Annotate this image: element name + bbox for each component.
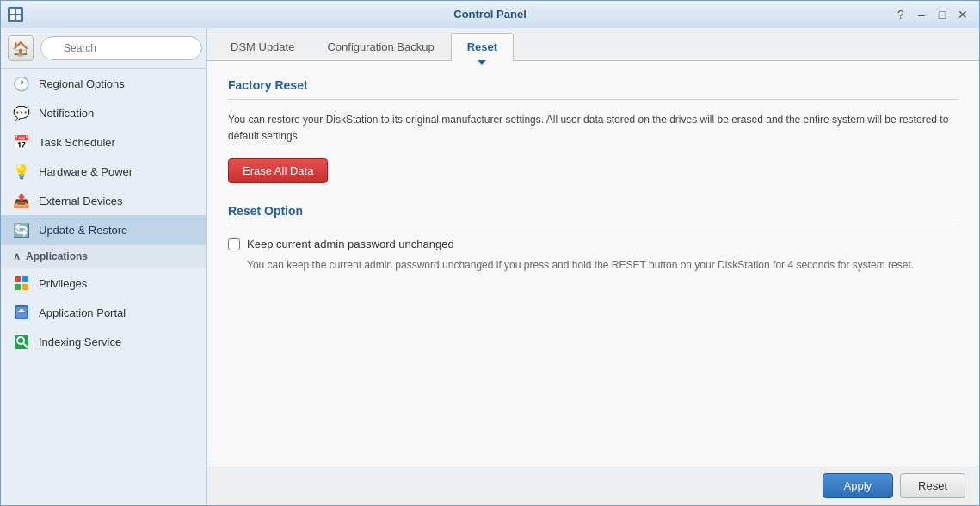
control-panel-window: Control Panel ? – □ ✕ 🏠 🔍 🕐 Regional Opt: [0, 0, 980, 506]
factory-reset-description: You can restore your DiskStation to its …: [228, 112, 958, 145]
sidebar-item-portal-label: Application Portal: [39, 306, 126, 319]
sidebar-item-hardware-label: Hardware & Power: [39, 165, 133, 178]
window-title: Control Panel: [453, 8, 527, 21]
sidebar-item-external-label: External Devices: [39, 194, 123, 207]
content-body: Factory Reset You can restore your DiskS…: [207, 61, 979, 466]
keep-password-row: Keep current admin password unchanged: [228, 238, 958, 250]
search-wrapper: 🔍: [40, 36, 202, 60]
tab-bar: DSM Update Configuration Backup Reset: [207, 28, 979, 61]
tab-config-label: Configuration Backup: [327, 40, 434, 53]
tab-reset[interactable]: Reset: [451, 33, 514, 61]
factory-reset-title: Factory Reset: [228, 78, 958, 92]
svg-rect-6: [15, 284, 21, 290]
main-body: 🏠 🔍 🕐 Regional Options 💬 Notification 📅 …: [1, 28, 979, 505]
svg-rect-5: [22, 276, 28, 282]
applications-section[interactable]: ∧ Applications: [1, 244, 206, 268]
portal-icon: [13, 304, 30, 321]
reset-option-divider: [228, 225, 958, 225]
hardware-icon: 💡: [13, 163, 30, 180]
tab-dsm-update[interactable]: DSM Update: [214, 33, 311, 61]
svg-rect-2: [10, 15, 15, 20]
help-button[interactable]: ?: [891, 5, 910, 24]
factory-reset-divider: [228, 99, 958, 100]
applications-section-label: Applications: [26, 250, 88, 262]
tab-dsm-label: DSM Update: [231, 40, 294, 53]
sidebar-item-indexing[interactable]: Indexing Service: [1, 327, 206, 356]
tab-config-backup[interactable]: Configuration Backup: [311, 33, 450, 61]
svg-rect-4: [15, 276, 21, 282]
minimize-button[interactable]: –: [912, 5, 931, 24]
apply-button[interactable]: Apply: [823, 473, 894, 498]
home-icon: 🏠: [12, 40, 29, 57]
sidebar-item-regional-label: Regional Options: [39, 77, 125, 90]
sidebar-item-task[interactable]: 📅 Task Scheduler: [1, 127, 206, 157]
notification-icon: 💬: [13, 104, 30, 121]
keep-password-label[interactable]: Keep current admin password unchanged: [247, 238, 454, 250]
svg-rect-1: [16, 9, 21, 14]
update-icon: 🔄: [13, 221, 30, 238]
svg-rect-7: [22, 284, 28, 290]
regional-icon: 🕐: [13, 75, 30, 92]
sidebar-item-indexing-label: Indexing Service: [39, 336, 121, 349]
svg-rect-3: [16, 15, 21, 20]
sidebar-item-regional[interactable]: 🕐 Regional Options: [1, 69, 206, 98]
tab-reset-label: Reset: [467, 40, 497, 53]
keep-password-hint: You can keep the current admin password …: [247, 257, 952, 273]
chevron-down-icon: ∧: [13, 250, 21, 262]
reset-button[interactable]: Reset: [900, 473, 965, 498]
home-button[interactable]: 🏠: [8, 35, 34, 61]
sidebar: 🏠 🔍 🕐 Regional Options 💬 Notification 📅 …: [1, 28, 207, 505]
sidebar-item-notification[interactable]: 💬 Notification: [1, 98, 206, 127]
titlebar: Control Panel ? – □ ✕: [1, 1, 979, 28]
svg-rect-11: [20, 309, 23, 311]
window-controls: ? – □ ✕: [891, 5, 972, 24]
content-area: DSM Update Configuration Backup Reset Fa…: [207, 28, 979, 505]
search-input[interactable]: [40, 36, 202, 60]
sidebar-item-hardware[interactable]: 💡 Hardware & Power: [1, 157, 206, 186]
sidebar-item-privileges[interactable]: Privileges: [1, 268, 206, 298]
sidebar-item-external[interactable]: 📤 External Devices: [1, 186, 206, 215]
sidebar-item-update[interactable]: 🔄 Update & Restore: [1, 215, 206, 244]
external-icon: 📤: [13, 192, 30, 209]
reset-option-title: Reset Option: [228, 204, 958, 218]
sidebar-header: 🏠 🔍: [1, 28, 206, 69]
maximize-button[interactable]: □: [933, 5, 952, 24]
indexing-icon: [13, 333, 30, 350]
tab-active-indicator: [478, 60, 486, 65]
sidebar-item-update-label: Update & Restore: [39, 224, 127, 237]
task-icon: 📅: [13, 133, 30, 151]
sidebar-item-privileges-label: Privileges: [39, 277, 87, 290]
privileges-icon: [13, 275, 30, 292]
keep-password-checkbox[interactable]: [228, 238, 240, 250]
svg-rect-10: [18, 311, 25, 312]
erase-all-data-button[interactable]: Erase All Data: [228, 158, 328, 183]
sidebar-item-portal[interactable]: Application Portal: [1, 298, 206, 327]
footer: Apply Reset: [207, 466, 979, 505]
app-icon: [8, 7, 23, 22]
svg-rect-0: [10, 9, 15, 14]
sidebar-item-notification-label: Notification: [39, 107, 94, 120]
close-button[interactable]: ✕: [953, 5, 972, 24]
titlebar-left: [8, 7, 23, 22]
sidebar-item-task-label: Task Scheduler: [39, 136, 115, 149]
